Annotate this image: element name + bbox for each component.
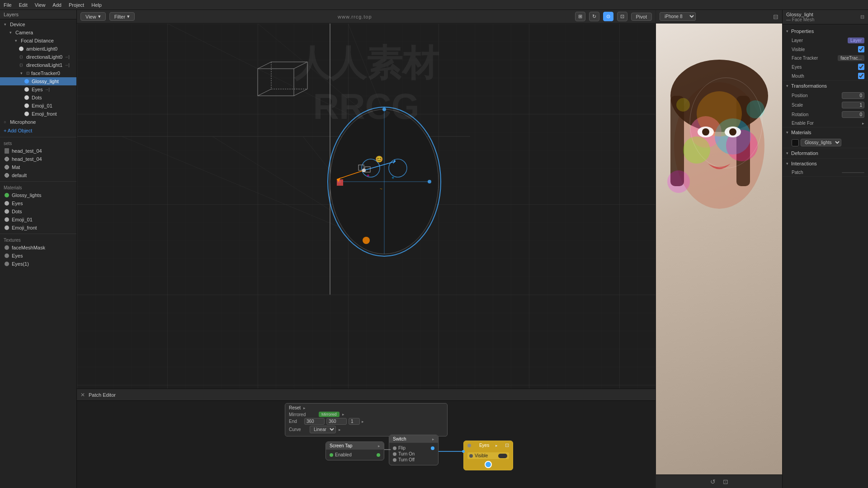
materials-section-header[interactable]: ▾ Materials (783, 127, 868, 137)
chevron-down-icon: ▾ (98, 14, 101, 19)
asset-mat[interactable]: Mat (0, 163, 76, 171)
patch-editor-title: Patch Editor (89, 392, 116, 398)
device-select[interactable]: iPhone 8 iPhone X iPhone 12 (660, 12, 696, 21)
viewport-3d[interactable]: 😊 ✦ ✦ ~ (77, 23, 656, 389)
transformations-section-header[interactable]: ▾ Transformations (783, 81, 868, 91)
menu-bar: File Edit View Add Project Help (0, 0, 868, 10)
rotation-input[interactable] (842, 111, 864, 118)
menu-help[interactable]: Help (91, 2, 102, 8)
preview-replay-icon[interactable]: ↺ (710, 478, 716, 485)
svg-point-54 (729, 128, 736, 136)
eyes-checkbox[interactable] (858, 64, 864, 70)
materials-section: ▾ Materials Glossy_lights (783, 127, 868, 148)
mat-emoji01[interactable]: Emoji_01 (0, 216, 76, 224)
material-row: Glossy_lights (783, 137, 868, 148)
anim-end-3[interactable] (349, 418, 360, 425)
anim-end-1[interactable] (304, 418, 325, 425)
patch-editor-close[interactable]: ✕ (80, 392, 85, 398)
patch-editor-content[interactable]: Reset ▸ Mirrored Mirrored ▸ End ▸ (77, 401, 656, 488)
menu-project[interactable]: Project (69, 2, 84, 8)
sets-label: sets (0, 139, 76, 147)
preview-close-icon[interactable]: ⊟ (773, 13, 778, 20)
tree-item-ambient[interactable]: ambientLight0 (0, 45, 76, 53)
tree-item-device[interactable]: ▾ Device (0, 20, 76, 28)
material-color-swatch[interactable] (792, 139, 799, 146)
view-button[interactable]: View ▾ (80, 12, 106, 21)
scale-input[interactable] (842, 102, 864, 108)
deformation-section-header[interactable]: ▾ Deformation (783, 148, 868, 158)
menu-add[interactable]: Add (52, 2, 61, 8)
tree-item-emoji01[interactable]: Emoji_01 (0, 102, 76, 110)
scale-icon-btn[interactable]: ⊙ (603, 12, 613, 21)
properties-section-header[interactable]: ▾ Properties (783, 26, 868, 36)
mat-eyes[interactable]: Eyes (0, 199, 76, 207)
patch-value[interactable] (842, 172, 864, 173)
tree-item-eyes[interactable]: Eyes →| (0, 85, 76, 94)
layer-row: Layer Layer (783, 36, 868, 45)
visible-label: Visible (792, 47, 858, 52)
transform-icon-btn[interactable]: ⊡ (617, 12, 627, 21)
svg-line-14 (258, 89, 271, 96)
menu-edit[interactable]: Edit (19, 2, 28, 8)
asset-head-file[interactable]: head_test_04 (0, 147, 76, 155)
menu-view[interactable]: View (35, 2, 46, 8)
tree-item-facetracker[interactable]: ▾ ⊡ faceTracker0 (0, 69, 76, 77)
tree-item-focal[interactable]: ▾ Focal Distance (0, 37, 76, 45)
patch-editor-header: ✕ Patch Editor (77, 389, 656, 401)
asset-head-mesh[interactable]: head_test_04 (0, 155, 76, 163)
tree-item-dir0[interactable]: ⟨⟩ directionalLight0 →| (0, 53, 76, 61)
svg-text:~: ~ (380, 187, 382, 192)
tree-item-dir1[interactable]: ⟨⟩ directionalLight1 →| (0, 61, 76, 69)
anim-end-2[interactable] (326, 418, 347, 425)
tree-item-microphone[interactable]: ○ Microphone (0, 118, 76, 126)
add-object-button[interactable]: + Add Object (0, 126, 76, 135)
panel-options-icon[interactable]: ⊟ (860, 14, 864, 20)
layer-value[interactable]: Layer (848, 38, 864, 43)
transform-handles (328, 157, 400, 184)
3d-face-object: 😊 ✦ ✦ ~ (312, 91, 466, 281)
screen-tap-node: Screen Tap ▸ Enabled (326, 441, 384, 460)
preview-expand-icon[interactable]: ⊡ (723, 478, 728, 485)
asset-default[interactable]: default (0, 171, 76, 179)
tree-item-dots[interactable]: Dots (0, 94, 76, 102)
menu-file[interactable]: File (4, 2, 12, 8)
enable-for-row: Enable For ▸ (783, 119, 868, 127)
filter-button[interactable]: Filter ▾ (109, 12, 135, 21)
tex-eyes[interactable]: Eyes (0, 252, 76, 260)
material-dropdown[interactable]: Glossy_lights (801, 139, 841, 146)
pivot-button[interactable]: Pivot (631, 13, 652, 21)
rotate-icon-btn[interactable]: ↻ (589, 12, 599, 21)
anim-curve-select[interactable]: Linear (310, 426, 336, 433)
interactions-section-header[interactable]: ▾ Interactions (783, 159, 868, 169)
tree-item-glossy[interactable]: Glossy_light (0, 77, 76, 85)
tree-item-emojifront[interactable]: Emoji_front (0, 110, 76, 118)
mat-emojifront[interactable]: Emoji_front (0, 224, 76, 232)
interactions-section: ▾ Interactions Patch (783, 159, 868, 177)
svg-marker-37 (337, 178, 340, 182)
move-icon-btn[interactable]: ⊞ (575, 12, 585, 21)
wireframe-helper (249, 60, 321, 114)
rotation-label: Rotation (792, 112, 842, 117)
visible-checkbox[interactable] (858, 46, 864, 52)
layer-label: Layer (792, 38, 848, 43)
face-tracker-row: Face Tracker faceTrac... (783, 54, 868, 62)
face-tracker-label: Face Tracker (792, 56, 838, 61)
position-input[interactable] (842, 92, 864, 99)
mat-glossy[interactable]: Glossy_lights (0, 191, 76, 199)
switch-node: Switch ▸ Flip Turn On (389, 435, 439, 465)
tex-eyes1[interactable]: Eyes(1) (0, 260, 76, 268)
face-tracker-value[interactable]: faceTrac... (838, 55, 864, 61)
mouth-label: Mouth (792, 74, 858, 79)
svg-point-49 (683, 136, 710, 164)
tex-facemesh[interactable]: faceMeshMask (0, 244, 76, 252)
rotation-row: Rotation (783, 110, 868, 119)
mat-dots[interactable]: Dots (0, 207, 76, 216)
enable-for-arrow: ▸ (862, 121, 864, 126)
svg-line-34 (364, 161, 396, 170)
position-row: Position (783, 91, 868, 100)
mouth-checkbox[interactable] (858, 73, 864, 79)
preview-viewport (656, 23, 782, 474)
tree-item-camera[interactable]: ▾ Camera (0, 28, 76, 37)
deformation-section: ▾ Deformation (783, 148, 868, 159)
left-panel: Layers ▾ Device ▾ Camera ▾ Focal Distanc… (0, 10, 77, 488)
